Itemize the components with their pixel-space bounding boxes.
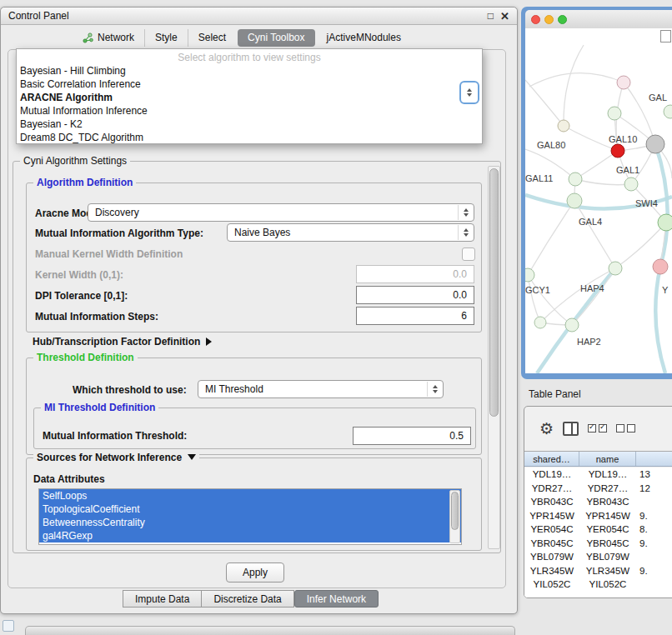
table-panel-toolbar: ⚙ <box>524 407 672 450</box>
cell: 9. <box>636 564 672 578</box>
hub-section-toggle[interactable]: Hub/Transcription Factor Definition <box>33 336 212 348</box>
cell: YLR345W <box>579 564 636 578</box>
table-row[interactable]: YDR27…YDR27…12 <box>524 482 672 496</box>
tab-select[interactable]: Select <box>188 29 236 47</box>
dropdown-item[interactable]: Mutual Information Inference <box>17 104 482 118</box>
cell: 13 <box>636 468 672 482</box>
network-node[interactable] <box>664 105 672 118</box>
float-window-icon[interactable]: □ <box>488 10 494 22</box>
attribute-item[interactable]: gal4RGexp <box>39 529 461 542</box>
column-header-shared[interactable]: shared… <box>524 452 579 466</box>
close-traffic-light[interactable] <box>531 15 540 24</box>
mi-steps-field[interactable] <box>356 307 474 325</box>
control-panel-window: Control Panel □ ✕ Network Style Select C… <box>0 7 518 614</box>
which-threshold-select[interactable]: MI Threshold <box>198 380 444 398</box>
table-row[interactable]: YBL079WYBL079W <box>524 550 672 564</box>
bottom-tabbar: Impute Data Discretize Data Infer Networ… <box>123 590 379 608</box>
mi-type-select[interactable]: Naive Bayes <box>227 223 474 242</box>
sources-toggle[interactable]: Sources for Network Inference <box>33 452 199 464</box>
table-row[interactable]: YDL19…YDL19…13 <box>524 468 672 482</box>
combo-stepper-icon[interactable] <box>458 225 473 240</box>
close-icon[interactable]: ✕ <box>500 10 509 22</box>
bottom-window-edge[interactable] <box>25 626 515 635</box>
table-row[interactable]: YBR045CYBR045C9. <box>524 537 672 551</box>
zoom-traffic-light[interactable] <box>558 15 567 24</box>
table-row[interactable]: YPR145WYPR145W9. <box>524 509 672 523</box>
network-node[interactable] <box>608 107 621 120</box>
select-all-icon[interactable] <box>588 424 607 432</box>
node-label: HAP2 <box>577 337 601 347</box>
tab-style[interactable]: Style <box>144 29 188 47</box>
tab-select-label: Select <box>198 32 226 43</box>
node-label: GAL4 <box>579 217 602 227</box>
settings-scrollbar[interactable] <box>488 166 500 549</box>
settings-gear-icon[interactable]: ⚙ <box>539 421 554 437</box>
algorithm-combo-stepper[interactable] <box>459 81 479 104</box>
apply-button[interactable]: Apply <box>226 562 284 582</box>
network-node[interactable] <box>646 135 664 153</box>
cell <box>636 578 672 592</box>
column-layout-icon[interactable] <box>563 422 579 436</box>
table-row[interactable]: YER054CYER054C8. <box>524 522 672 537</box>
mi-threshold-group-title: MI Threshold Definition <box>41 402 158 414</box>
minimized-window-icon[interactable] <box>3 620 14 632</box>
network-node[interactable] <box>653 259 668 274</box>
mi-threshold-group: MI Threshold Definition Mutual Informati… <box>33 408 476 449</box>
cyni-algorithm-settings-title: Cyni Algorithm Settings <box>20 155 130 168</box>
dropdown-item[interactable]: Bayesian - Hill Climbing <box>17 64 482 78</box>
column-header-name[interactable]: name <box>579 452 636 466</box>
table-row[interactable]: YIL052CYIL052C <box>524 578 672 592</box>
network-node[interactable] <box>569 172 582 186</box>
mi-threshold-label: Mutual Information Threshold: <box>43 430 187 442</box>
manual-kernel-checkbox[interactable] <box>462 248 475 261</box>
tab-discretize-data[interactable]: Discretize Data <box>202 590 293 608</box>
column-header-partial[interactable] <box>636 452 672 466</box>
tab-impute-data[interactable]: Impute Data <box>123 590 202 608</box>
network-node[interactable] <box>617 76 630 89</box>
minimize-traffic-light[interactable] <box>544 15 554 24</box>
attribute-item[interactable]: SelfLoops <box>39 489 461 502</box>
network-node[interactable] <box>534 317 546 328</box>
network-node[interactable] <box>609 262 622 275</box>
network-canvas[interactable]: GAL80 GAL10 GAL11 GAL1 SWI4 GAL4 GCY1 HA… <box>525 28 672 373</box>
cell: YLR345W <box>524 564 579 578</box>
mi-threshold-field[interactable] <box>353 427 471 445</box>
network-node[interactable] <box>658 214 672 231</box>
settings-scrollbar-thumb[interactable] <box>489 168 499 417</box>
tab-network[interactable]: Network <box>73 29 144 47</box>
kernel-width-label: Kernel Width (0,1): <box>35 269 123 281</box>
network-node[interactable] <box>525 268 534 282</box>
network-node-selected[interactable] <box>611 144 624 158</box>
network-node[interactable] <box>567 193 582 208</box>
algorithm-dropdown-placeholder[interactable]: Select algorithm to view settings <box>17 51 482 64</box>
dropdown-item[interactable]: Dream8 DC_TDC Algorithm <box>17 131 482 144</box>
table-row[interactable]: YLR345WYLR345W9. <box>524 564 672 578</box>
network-node[interactable] <box>624 178 638 191</box>
network-node[interactable] <box>558 120 569 132</box>
tab-network-label: Network <box>98 32 134 43</box>
network-view-titlebar[interactable] <box>525 10 672 28</box>
dropdown-item[interactable]: Bayesian - K2 <box>17 118 482 131</box>
tab-jactivemnodules[interactable]: jActiveMNodules <box>317 29 411 47</box>
stepper-up-icon <box>467 88 472 92</box>
dpi-tolerance-field[interactable] <box>356 286 474 304</box>
canvas-corner-widget[interactable] <box>660 30 671 42</box>
tab-infer-network[interactable]: Infer Network <box>294 590 379 608</box>
combo-stepper-icon[interactable] <box>427 382 442 397</box>
dropdown-item-selected[interactable]: ARACNE Algorithm <box>17 91 482 104</box>
attributes-scrollbar-thumb[interactable] <box>451 492 459 530</box>
control-panel-titlebar[interactable]: Control Panel □ ✕ <box>1 8 517 25</box>
combo-stepper-icon[interactable] <box>458 205 473 220</box>
aracne-mode-select[interactable]: Discovery <box>88 203 474 222</box>
attribute-item[interactable]: BetweennessCentrality <box>39 516 461 529</box>
table-row[interactable]: YBR043CYBR043C <box>524 495 672 509</box>
network-node[interactable] <box>565 318 579 332</box>
tab-cyni-toolbox[interactable]: Cyni Toolbox <box>238 29 314 47</box>
deselect-all-icon[interactable] <box>616 424 635 432</box>
network-view-window: GAL80 GAL10 GAL11 GAL1 SWI4 GAL4 GCY1 HA… <box>521 7 672 379</box>
kernel-width-field[interactable] <box>356 265 474 283</box>
attributes-scrollbar[interactable] <box>449 490 460 543</box>
dropdown-item[interactable]: Basic Correlation Inference <box>17 78 482 91</box>
data-attributes-list[interactable]: SelfLoops TopologicalCoefficient Between… <box>38 488 462 545</box>
attribute-item[interactable]: TopologicalCoefficient <box>39 502 461 516</box>
